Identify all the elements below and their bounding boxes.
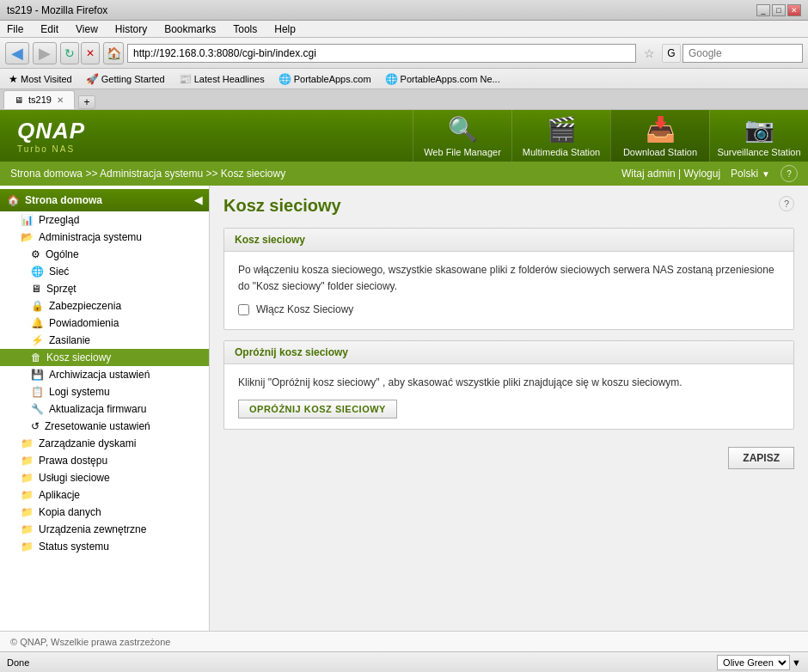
sidebar-item-aplikacje[interactable]: 📁 Aplikacje <box>0 486 209 504</box>
section-kosz-sieciowy: Kosz sieciowy Po włączeniu kosza sieciow… <box>223 228 794 330</box>
menu-file[interactable]: File <box>3 23 27 35</box>
tab-bar: 🖥 ts219 ✕ + <box>0 89 808 110</box>
tab-favicon: 🖥 <box>15 95 23 105</box>
sidebar-item-kosz[interactable]: 🗑 Kosz sieciowy <box>0 349 209 366</box>
sidebar-item-archiwizacja[interactable]: 💾 Archiwizacja ustawień <box>0 366 209 383</box>
sidebar-item-uslugi[interactable]: 📁 Usługi sieciowe <box>0 469 209 486</box>
refresh-button[interactable]: ↻ <box>60 42 79 64</box>
multimedia-station-label: Multimedia Station <box>523 147 601 157</box>
sidebar-item-urzadzenia[interactable]: 📁 Urządzenia zewnętrzne <box>0 521 209 538</box>
hardware-icon: 🖥 <box>31 283 41 295</box>
address-bar[interactable] <box>127 44 636 63</box>
enable-kosz-checkbox[interactable] <box>238 304 249 315</box>
sidebar-collapse-icon[interactable]: ◀ <box>194 194 202 206</box>
web-icon-2: 🌐 <box>385 73 398 85</box>
nav-web-file-manager[interactable]: 🔍 Web File Manager <box>413 110 511 162</box>
sidebar-item-zabezpieczenia[interactable]: 🔒 Zabezpieczenia <box>0 297 209 315</box>
browser-titlebar: ts219 - Mozilla Firefox _ □ ✕ <box>0 0 808 21</box>
new-tab-button[interactable]: + <box>78 95 95 109</box>
sidebar-item-label: Status systemu <box>39 541 109 553</box>
search-engine-icon: G <box>662 44 681 63</box>
sidebar-item-status[interactable]: 📁 Status systemu <box>0 538 209 555</box>
bookmark-most-visited[interactable]: ★ Most Visited <box>5 71 76 87</box>
sidebar-item-powiadomienia[interactable]: 🔔 Powiadomienia <box>0 315 209 332</box>
stop-button[interactable]: ✕ <box>81 42 100 64</box>
sidebar-item-zarzadzanie[interactable]: 📁 Zarządzanie dyskami <box>0 435 209 452</box>
bookmark-portableapps-ne[interactable]: 🌐 PortableApps.com Ne... <box>382 71 504 87</box>
section-oprozn: Opróżnij kosz sieciowy Kliknij "Opróżnij… <box>223 340 794 430</box>
section-header-kosz: Kosz sieciowy <box>224 229 793 252</box>
sidebar-item-logi[interactable]: 📋 Logi systemu <box>0 383 209 400</box>
menu-help[interactable]: Help <box>271 23 299 35</box>
bookmark-star[interactable]: ☆ <box>640 44 658 63</box>
menu-history[interactable]: History <box>112 23 150 35</box>
nav-multimedia-station[interactable]: 🎬 Multimedia Station <box>511 110 610 162</box>
tab-ts219[interactable]: 🖥 ts219 ✕ <box>3 90 75 109</box>
language-label: Polski <box>731 168 758 180</box>
page-title: Kosz sieciowy <box>223 196 341 216</box>
menu-edit[interactable]: Edit <box>37 23 62 35</box>
sidebar-header: 🏠 Strona domowa ◀ <box>0 189 209 211</box>
qnap-header: QNAP Turbo NAS 🔍 Web File Manager 🎬 Mult… <box>0 110 808 162</box>
maximize-button[interactable]: □ <box>772 4 786 16</box>
checkbox-row-kosz: Włącz Kosz Sieciowy <box>238 302 780 318</box>
sidebar-item-sprzet[interactable]: 🖥 Sprzęt <box>0 280 209 297</box>
web-file-manager-icon: 🔍 <box>448 115 478 144</box>
section-body-oprozn: Kliknij "Opróżnij kosz sieciowy" , aby s… <box>224 364 793 429</box>
sidebar-item-label: Zasilanie <box>49 334 90 346</box>
web-file-manager-label: Web File Manager <box>424 147 501 157</box>
folder-icon-apps: 📁 <box>21 489 34 501</box>
home-sidebar-icon: 🏠 <box>7 194 20 206</box>
sidebar-title: Strona domowa <box>25 194 102 206</box>
sidebar-item-zasilanie[interactable]: ⚡ Zasilanie <box>0 332 209 349</box>
save-button[interactable]: ZAPISZ <box>728 447 794 469</box>
rocket-icon: 🚀 <box>86 73 99 85</box>
sidebar-item-zresetowanie[interactable]: ↺ Zresetowanie ustawień <box>0 418 209 435</box>
settings-icon: ⚙ <box>31 248 40 260</box>
home-button[interactable]: 🏠 <box>103 42 124 64</box>
menu-view[interactable]: View <box>72 23 101 35</box>
sidebar-item-prawa[interactable]: 📁 Prawa dostępu <box>0 452 209 469</box>
sidebar-item-kopia[interactable]: 📁 Kopia danych <box>0 504 209 521</box>
qnap-logo: QNAP Turbo NAS <box>0 118 102 154</box>
sidebar-item-label: Usługi sieciowe <box>39 472 110 484</box>
sidebar-item-label: Aplikacje <box>39 489 80 501</box>
folder-icon-backup: 📁 <box>21 506 34 518</box>
sidebar-item-administracja[interactable]: 📂 Administracja systemu <box>0 229 209 246</box>
menu-tools[interactable]: Tools <box>230 23 260 35</box>
close-button[interactable]: ✕ <box>787 4 801 16</box>
user-info[interactable]: Witaj admin | Wyloguj <box>621 168 720 180</box>
sidebar-item-siec[interactable]: 🌐 Sieć <box>0 263 209 280</box>
tab-close-button[interactable]: ✕ <box>57 95 64 105</box>
language-selector[interactable]: Polski ▼ <box>731 168 770 180</box>
search-input[interactable] <box>683 44 803 63</box>
multimedia-station-icon: 🎬 <box>547 115 577 144</box>
window-controls: _ □ ✕ <box>756 4 801 16</box>
back-button[interactable]: ◀ <box>5 42 29 64</box>
sidebar-item-label: Przegląd <box>39 214 79 226</box>
empty-trash-button[interactable]: OPRÓŻNIJ KOSZ SIECIOWY <box>238 400 397 418</box>
bookmark-portableapps[interactable]: 🌐 PortableApps.com <box>275 71 375 87</box>
news-icon: 📰 <box>179 73 192 85</box>
bookmark-label: Getting Started <box>101 74 165 84</box>
bookmark-getting-started[interactable]: 🚀 Getting Started <box>83 71 168 87</box>
download-station-label: Download Station <box>623 147 697 157</box>
copyright-text: © QNAP, Wszelkie prawa zastrzeżone <box>10 637 170 647</box>
sidebar-item-label: Kopia danych <box>39 506 101 518</box>
nav-download-station[interactable]: 📥 Download Station <box>610 110 709 162</box>
enable-kosz-label[interactable]: Włącz Kosz Sieciowy <box>256 302 353 318</box>
forward-button[interactable]: ▶ <box>33 42 57 64</box>
sidebar-item-label: Powiadomienia <box>49 317 119 329</box>
nav-surveillance-station[interactable]: 📷 Surveillance Station <box>709 110 808 162</box>
theme-select[interactable]: Olive Green Blue Silver <box>717 655 790 670</box>
sidebar-item-przeglad[interactable]: 📊 Przegląd <box>0 211 209 229</box>
bookmark-headlines[interactable]: 📰 Latest Headlines <box>175 71 268 87</box>
sidebar-item-aktualizacja[interactable]: 🔧 Aktualizacja firmwaru <box>0 400 209 418</box>
sidebar-item-label: Ogólne <box>46 248 79 260</box>
minimize-button[interactable]: _ <box>756 4 770 16</box>
bookmark-label: Most Visited <box>21 74 72 84</box>
page-help-icon[interactable]: ? <box>779 196 794 211</box>
sidebar-item-ogolne[interactable]: ⚙ Ogólne <box>0 246 209 263</box>
help-circle-icon[interactable]: ? <box>780 165 798 182</box>
menu-bookmarks[interactable]: Bookmarks <box>161 23 219 35</box>
